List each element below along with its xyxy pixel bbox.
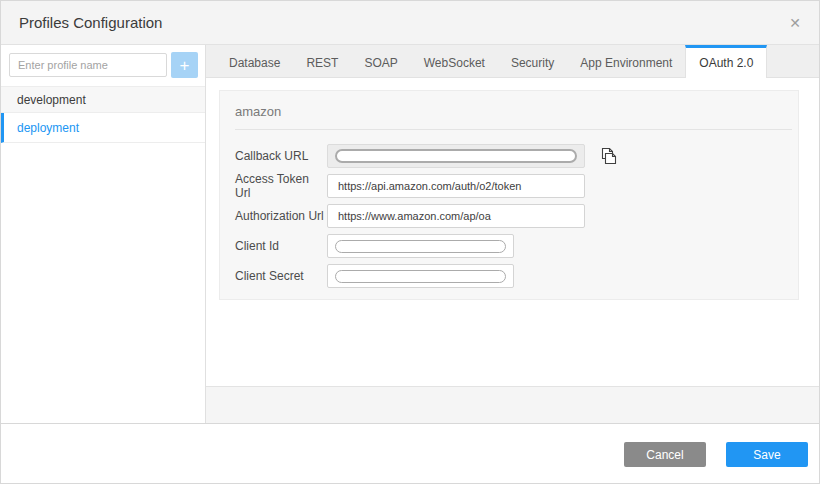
dialog-header: Profiles Configuration ✕ [1,1,819,45]
cancel-button[interactable]: Cancel [624,442,706,467]
redacted-value [335,149,577,163]
client-secret-label: Client Secret [235,269,327,283]
profiles-configuration-dialog: Profiles Configuration ✕ + development d… [0,0,820,484]
profile-item-deployment[interactable]: deployment [1,113,205,143]
copy-icon[interactable] [598,145,620,167]
authorization-url-label: Authorization Url [235,209,327,223]
tab-footer-stripe [206,386,819,423]
callback-url-row: Callback URL [220,144,798,168]
client-id-field[interactable] [327,234,514,258]
profile-item-label: deployment [17,121,79,135]
profile-input-row: + [1,45,205,83]
save-button[interactable]: Save [726,442,808,467]
profile-list: development deployment [1,86,205,143]
authorization-url-row: Authorization Url [220,204,798,228]
tab-soap[interactable]: SOAP [351,45,410,77]
callback-url-label: Callback URL [235,149,327,163]
access-token-url-label: Access Token Url [235,172,327,200]
client-id-row: Client Id [220,234,798,258]
tab-security[interactable]: Security [498,45,567,77]
add-profile-button[interactable]: + [171,52,198,78]
access-token-url-input[interactable] [327,174,585,198]
amazon-oauth-panel: amazon Callback URL [219,90,799,300]
client-secret-field[interactable] [327,264,514,288]
tab-app-environment[interactable]: App Environment [567,45,685,77]
redacted-value [335,270,506,283]
tab-oauth-2-0[interactable]: OAuth 2.0 [685,45,767,78]
profile-name-input[interactable] [9,53,167,77]
close-icon[interactable]: ✕ [785,12,805,34]
authorization-url-input[interactable] [327,204,585,228]
dialog-body: + development deployment Database REST S… [1,45,819,424]
redacted-value [335,240,506,253]
profiles-sidebar: + development deployment [1,45,206,423]
tab-websocket[interactable]: WebSocket [411,45,498,77]
provider-name: amazon [220,91,798,119]
client-id-label: Client Id [235,239,327,253]
access-token-url-row: Access Token Url [220,174,798,198]
profile-item-development[interactable]: development [1,86,205,113]
tab-database[interactable]: Database [216,45,293,77]
profile-settings-content: Database REST SOAP WebSocket Security Ap… [206,45,819,423]
dialog-footer: Cancel Save [1,424,819,483]
tab-rest[interactable]: REST [293,45,351,77]
oauth-form: Callback URL [220,130,798,288]
profile-item-label: development [17,93,86,107]
oauth-tab-content: amazon Callback URL [206,78,819,386]
client-secret-row: Client Secret [220,264,798,288]
settings-tabbar: Database REST SOAP WebSocket Security Ap… [206,45,819,78]
callback-url-field [327,144,585,168]
dialog-title: Profiles Configuration [19,14,162,31]
